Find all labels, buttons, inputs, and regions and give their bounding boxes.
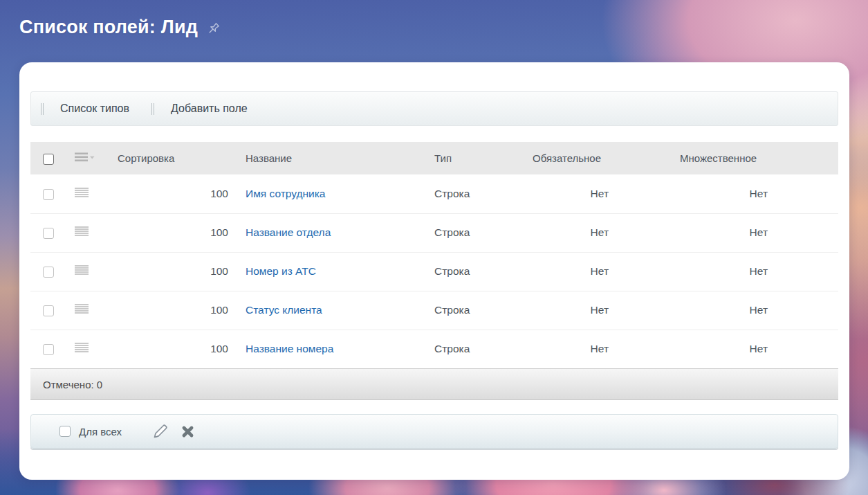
table-row: 100 Имя сотрудника Строка Нет Нет	[30, 174, 838, 213]
field-name-link[interactable]: Номер из АТС	[246, 265, 316, 277]
type-value: Строка	[429, 213, 522, 252]
type-value: Строка	[429, 330, 522, 368]
for-all-checkbox[interactable]	[59, 426, 71, 437]
field-name-link[interactable]: Статус клиента	[246, 304, 322, 316]
required-value: Нет	[522, 330, 661, 368]
multiple-value: Нет	[661, 213, 782, 252]
types-list-button[interactable]: Список типов	[44, 102, 142, 115]
drag-grip-icon[interactable]	[75, 226, 89, 236]
drag-grip-icon[interactable]	[75, 304, 89, 314]
column-header-type[interactable]: Тип	[429, 142, 522, 174]
for-all-label[interactable]: Для всех	[79, 426, 122, 438]
multiple-value: Нет	[661, 174, 782, 213]
required-value: Нет	[522, 213, 661, 252]
field-name-link[interactable]: Название номера	[246, 343, 333, 354]
column-header-multiple[interactable]: Множественное	[661, 142, 782, 174]
type-value: Строка	[429, 252, 522, 291]
drag-grip-icon[interactable]	[75, 188, 89, 197]
row-checkbox[interactable]	[43, 267, 54, 278]
multiple-value: Нет	[661, 291, 782, 330]
delete-cross-icon[interactable]	[181, 425, 194, 438]
edit-pencil-icon[interactable]	[152, 423, 169, 440]
select-all-checkbox[interactable]	[43, 154, 54, 165]
table-row: 100 Номер из АТС Строка Нет Нет	[30, 252, 838, 291]
required-value: Нет	[522, 174, 661, 213]
row-checkbox[interactable]	[43, 344, 54, 355]
column-header-sort[interactable]: Сортировка	[105, 142, 235, 174]
pin-icon[interactable]	[205, 21, 221, 37]
sort-value: 100	[105, 213, 235, 252]
column-header-required[interactable]: Обязательное	[522, 142, 661, 174]
toolbar: Список типов Добавить поле	[30, 91, 838, 126]
multiple-value: Нет	[661, 252, 782, 291]
selected-count-bar: Отмечено: 0	[30, 368, 838, 400]
sort-value: 100	[105, 252, 235, 291]
group-actions-panel: Для всех	[30, 414, 838, 449]
field-name-link[interactable]: Имя сотрудника	[246, 188, 326, 199]
sort-value: 100	[105, 291, 235, 330]
sort-value: 100	[105, 174, 235, 213]
grid-settings-icon[interactable]	[75, 152, 95, 163]
required-value: Нет	[522, 291, 661, 330]
selected-count-label: Отмечено: 0	[43, 379, 102, 390]
page-header: Список полей: Лид	[19, 17, 221, 38]
row-checkbox[interactable]	[43, 189, 54, 200]
table-row: 100 Название номера Строка Нет Нет	[30, 330, 838, 368]
multiple-value: Нет	[661, 330, 782, 368]
sort-value: 100	[105, 330, 235, 368]
table-row: 100 Название отдела Строка Нет Нет	[30, 213, 838, 252]
table-header-row: Сортировка Название Тип Обязательное Мно…	[30, 142, 838, 174]
type-value: Строка	[429, 174, 522, 213]
field-name-link[interactable]: Название отдела	[246, 226, 331, 238]
table-row: 100 Статус клиента Строка Нет Нет	[30, 291, 838, 330]
fields-table: Сортировка Название Тип Обязательное Мно…	[30, 142, 838, 368]
fields-list-card: Список типов Добавить поле	[19, 62, 849, 480]
required-value: Нет	[522, 252, 661, 291]
row-checkbox[interactable]	[43, 228, 54, 239]
drag-grip-icon[interactable]	[75, 343, 89, 352]
page-title: Список полей: Лид	[19, 17, 198, 38]
drag-grip-icon[interactable]	[75, 265, 89, 275]
row-checkbox[interactable]	[43, 305, 54, 316]
add-field-button[interactable]: Добавить поле	[154, 102, 260, 115]
type-value: Строка	[429, 291, 522, 330]
column-header-name[interactable]: Название	[235, 142, 429, 174]
